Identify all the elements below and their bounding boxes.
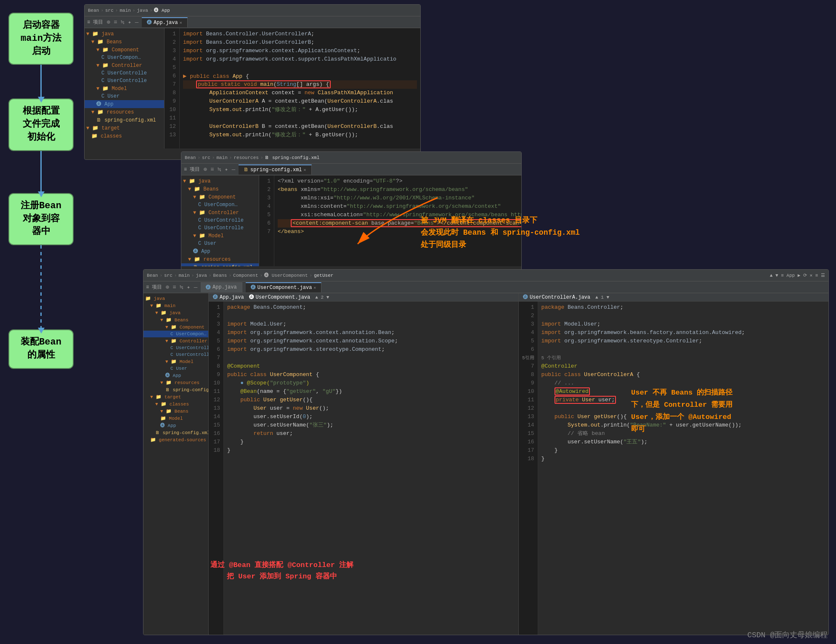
win3-body: 📁 java ▼ 📁 main ▼ 📁 java ▼ 📁 Beans ▼ 📁 C… xyxy=(143,293,828,635)
tree2-model[interactable]: ▼ 📁 Model xyxy=(181,232,259,240)
tree3-user[interactable]: C User xyxy=(143,365,208,372)
win3-file-tree[interactable]: 📁 java ▼ 📁 main ▼ 📁 java ▼ 📁 Beans ▼ 📁 C… xyxy=(143,293,209,635)
tree3-main[interactable]: ▼ 📁 main xyxy=(143,302,208,309)
tree-app[interactable]: 🅐 App xyxy=(85,100,164,108)
win1-code-content: import Beans.Controller.UserControllerA;… xyxy=(180,28,420,148)
ide-window-app: Bean › src › main › java › 🅐 App ≡ 项目 ⊕ … xyxy=(84,4,421,160)
win1-body: ▼ 📁 java ▼ 📁 Beans ▼ 📁 Component C UserC… xyxy=(85,28,420,148)
win2-titlebar: Bean › src › main › resources › 🗎 spring… xyxy=(181,152,521,164)
tree2-user[interactable]: C User xyxy=(181,240,259,247)
tree-usercontrollera[interactable]: C UserControlle xyxy=(85,69,164,77)
tree3-java2[interactable]: ▼ 📁 java xyxy=(143,309,208,316)
win3-right-code-content: package Beans.Controller;import Model.Us… xyxy=(538,302,828,635)
tree-target[interactable]: ▼ 📁 target xyxy=(85,124,164,132)
tree-java[interactable]: ▼ 📁 java xyxy=(85,30,164,38)
tree2-app[interactable]: 🅐 App xyxy=(181,247,259,255)
win3-right-tab: 🅐 UserControllerA.java ▲ 1 ▼ xyxy=(519,293,828,302)
win3-toolbar-label: ≡ 项目 xyxy=(146,284,162,291)
tree2-component[interactable]: ▼ 📁 Component xyxy=(181,193,259,201)
breadcrumb-bean: Bean xyxy=(88,8,99,13)
tree3-controller[interactable]: ▼ 📁 Controller xyxy=(143,337,208,345)
tree-usercontrollerb[interactable]: C UserControlle xyxy=(85,77,164,85)
win3-right-icons: ▲ ▼ ≡ App ▶ ⟳ ✕ ≡ ☰ xyxy=(770,273,825,278)
win2-toolbar-label: ≡ 项目 xyxy=(184,166,200,173)
tree-resources[interactable]: ▼ 📁 resources xyxy=(85,108,164,116)
flow-box-2: 根据配置文件完成初始化 xyxy=(8,98,74,151)
tab-app-java[interactable]: 🅐 App.java ✕ xyxy=(142,17,188,27)
win2-annotation: 被 JVM 翻译在 classes 目录下 会发现此时 Beans 和 spri… xyxy=(421,215,580,251)
tree2-java[interactable]: ▼ 📁 java xyxy=(181,177,259,185)
flow-arrow-3 xyxy=(40,245,42,329)
tree3-ucb[interactable]: C UserControlle xyxy=(143,351,208,358)
flow-diagram: 启动容器main方法启动 根据配置文件完成初始化 注册Bean对象到容器中 装配… xyxy=(0,0,82,644)
tree3-java[interactable]: 📁 java xyxy=(143,295,208,302)
win3-left-tab: 🅐 App.java 🅐 UserComponent.java ▲ 2 ▼ xyxy=(209,293,518,302)
win3-right-annotation: User 不再 Beans 的扫描路径 下，但是 Controller 需要用 … xyxy=(631,387,732,436)
win3-titlebar: Bean › src › main › java › Beans › Compo… xyxy=(143,270,828,281)
tree-springconfig[interactable]: 🗎 spring-config.xml xyxy=(85,116,164,124)
tree-beans[interactable]: ▼ 📁 Beans xyxy=(85,38,164,46)
win3-left-panel: 🅐 App.java 🅐 UserComponent.java ▲ 2 ▼ 12… xyxy=(209,293,519,635)
win2-toolbar-icons: ⊕ ≡ ≒ ✦ — xyxy=(203,166,235,173)
win2-file-tree[interactable]: ▼ 📁 java ▼ 📁 Beans ▼ 📁 Component C UserC… xyxy=(181,175,259,266)
breadcrumb-src: src xyxy=(105,8,114,13)
tree2-beans[interactable]: ▼ 📁 Beans xyxy=(181,185,259,193)
breadcrumb-main: main xyxy=(119,8,130,13)
win3-right-code: 123456 5引用 78910 1112131415161718 packag… xyxy=(519,302,828,635)
flow-box-4: 装配Bean的属性 xyxy=(8,329,74,369)
tab-win3-app[interactable]: 🅐 App.java xyxy=(201,282,242,292)
tree-user[interactable]: C User xyxy=(85,93,164,100)
tree3-target[interactable]: ▼ 📁 target xyxy=(143,393,208,400)
tree3-app2[interactable]: 🅐 App xyxy=(143,422,208,429)
tree3-usercomponent[interactable]: C UserCompon… xyxy=(143,331,208,337)
toolbar-project: ≡ 项目 xyxy=(87,19,103,26)
win1-titlebar: Bean › src › main › java › 🅐 App xyxy=(85,5,420,16)
tree2-springconfig[interactable]: 🗎 spring-config.xml xyxy=(181,263,259,266)
tree3-springconfig2[interactable]: 🗎 spring-config.xml xyxy=(143,429,208,436)
tree3-resources[interactable]: ▼ 📁 resources xyxy=(143,379,208,386)
tree3-springconfig[interactable]: 🗎 spring-config.xml xyxy=(143,386,208,393)
tree2-controller[interactable]: ▼ 📁 Controller xyxy=(181,209,259,217)
tree3-app[interactable]: 🅐 App xyxy=(143,372,208,379)
win3-left-nums: 12345678910 1112131415161718 xyxy=(209,302,224,635)
tree3-model2[interactable]: 📁 Model xyxy=(143,415,208,422)
flow-arrow-2 xyxy=(40,151,42,193)
flow-box-3: 注册Bean对象到容器中 xyxy=(8,193,74,245)
win3-left-code-content: package Beans.Component;import Model.Use… xyxy=(224,302,518,635)
win3-code-area: 🅐 App.java 🅐 UserComponent.java ▲ 2 ▼ 12… xyxy=(209,293,828,635)
tree-usercomponent[interactable]: C UserCompon… xyxy=(85,54,164,61)
win3-left-annotation: 通过 @Bean 直接搭配 @Controller 注解 把 User 添加到 … xyxy=(210,559,353,582)
tree3-beans[interactable]: ▼ 📁 Beans xyxy=(143,316,208,323)
tree-classes[interactable]: 📁 classes xyxy=(85,132,164,140)
breadcrumb-java: java xyxy=(137,8,148,13)
win1-code: 12345 678910 111213 import Beans.Control… xyxy=(165,28,420,148)
win3-right-panel: 🅐 UserControllerA.java ▲ 1 ▼ 123456 5引用 … xyxy=(519,293,828,635)
tree-component[interactable]: ▼ 📁 Component xyxy=(85,46,164,54)
tree3-component[interactable]: ▼ 📁 Component xyxy=(143,323,208,331)
tree3-beans2[interactable]: ▼ 📁 Beans xyxy=(143,408,208,415)
tree-model[interactable]: ▼ 📁 Model xyxy=(85,85,164,93)
win1-file-tree[interactable]: ▼ 📁 java ▼ 📁 Beans ▼ 📁 Component C UserC… xyxy=(85,28,165,148)
tree-controller[interactable]: ▼ 📁 Controller xyxy=(85,61,164,69)
win3-right-nums: 123456 5引用 78910 1112131415161718 xyxy=(519,302,538,635)
tree3-classes[interactable]: ▼ 📁 classes xyxy=(143,400,208,408)
win3-left-code: 12345678910 1112131415161718 package Bea… xyxy=(209,302,518,635)
win1-line-numbers: 12345 678910 111213 xyxy=(165,28,180,148)
tab-win3-usercomponent[interactable]: 🅐 UserComponent.java ✕ xyxy=(246,282,322,292)
tree3-model[interactable]: ▼ 📁 Model xyxy=(143,358,208,365)
tree3-uca[interactable]: C UserControlle xyxy=(143,345,208,351)
tab-springconfig[interactable]: 🗎 spring-config.xml ✕ xyxy=(239,164,311,175)
win2-line-numbers: 1234567 xyxy=(259,175,274,266)
flow-arrow-1 xyxy=(40,65,42,98)
tree2-resources[interactable]: ▼ 📁 resources xyxy=(181,255,259,263)
tree2-uca[interactable]: C UserControlle xyxy=(181,217,259,224)
watermark: CSDN @面向丈母娘编程 xyxy=(747,630,828,640)
toolbar-icons: ⊕ ≡ ≒ ✦ — xyxy=(106,19,138,26)
tree2-usercomponent[interactable]: C UserCompon… xyxy=(181,201,259,209)
tree3-generated[interactable]: 📁 generated-sources xyxy=(143,436,208,443)
flow-box-1: 启动容器main方法启动 xyxy=(8,13,74,65)
tree2-ucb[interactable]: C UserControlle xyxy=(181,224,259,232)
breadcrumb-app: 🅐 App xyxy=(154,8,170,13)
